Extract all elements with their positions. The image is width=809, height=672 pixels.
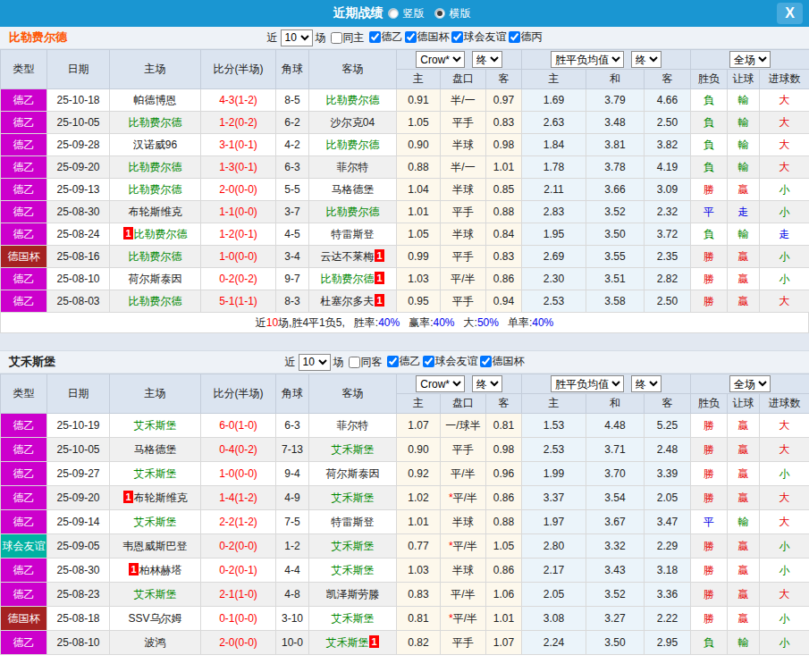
- mean-final-select[interactable]: 终: [631, 375, 662, 392]
- league-filter[interactable]: 德国杯: [480, 354, 525, 369]
- near-label: 近: [285, 355, 296, 370]
- mean-select[interactable]: 胜平负均值: [551, 375, 624, 392]
- same-home-checkbox[interactable]: [331, 32, 342, 44]
- league-filter[interactable]: 德乙: [369, 29, 403, 45]
- date-cell: 25-08-24: [47, 223, 110, 246]
- league-cell: 德乙: [1, 290, 47, 313]
- odds-final-select[interactable]: 终: [472, 51, 502, 68]
- league-filter[interactable]: 德乙: [387, 354, 421, 369]
- horizontal-layout-radio[interactable]: [434, 8, 445, 19]
- match-count-select[interactable]: 10: [299, 354, 331, 371]
- odds-source-select[interactable]: Crow*: [416, 51, 465, 68]
- same-home-filter[interactable]: 同主: [331, 30, 365, 46]
- match-row: 德乙25-10-05马格德堡0-4(0-2)7-13艾禾斯堡0.90平手0.98…: [1, 438, 809, 462]
- odds-home-cell: 1.03: [397, 559, 441, 583]
- score-cell: 1-4(1-2): [201, 486, 276, 510]
- league-checkbox[interactable]: [451, 31, 463, 43]
- team-name-text: 布轮斯维克: [134, 491, 188, 504]
- away-team-cell: 沙尔克04: [309, 112, 397, 134]
- fullmatch-select[interactable]: 全场: [729, 375, 771, 392]
- match-row: 德乙25-10-18帕德博恩4-3(1-2)8-5比勒费尔德0.91半/一0.9…: [1, 89, 809, 112]
- vertical-layout-radio[interactable]: [388, 8, 399, 19]
- score-cell: 5-1(1-1): [201, 290, 276, 313]
- match-row: 德乙25-09-20比勒费尔德1-3(0-1)6-3菲尔特0.88半/一1.01…: [1, 156, 809, 179]
- match-count-select[interactable]: 10: [281, 29, 313, 46]
- win-rate: 胜率:40%: [354, 315, 400, 331]
- goals-result-cell: 小: [760, 246, 809, 268]
- mean-lose-cell: 3.47: [645, 510, 691, 534]
- league-filter[interactable]: 球会友谊: [451, 29, 507, 45]
- handicap-result-cell: 輸: [728, 89, 760, 112]
- odds-home-cell: 0.92: [397, 462, 441, 486]
- league-checkbox[interactable]: [387, 356, 399, 367]
- mean-win-cell: 2.05: [522, 583, 586, 607]
- handicap-result-cell: 贏: [728, 268, 760, 290]
- goals-result-cell: 小: [760, 462, 809, 486]
- single-rate: 单率:40%: [508, 315, 553, 331]
- horizontal-layout-label[interactable]: 横版: [450, 6, 471, 21]
- league-checkbox[interactable]: [509, 31, 520, 43]
- goals-result-cell: 大: [760, 290, 809, 313]
- odds-final-select[interactable]: 终: [472, 375, 502, 392]
- league-cell: 德乙: [1, 179, 47, 201]
- match-row: 德乙25-08-241比勒费尔德1-2(0-1)4-5特雷斯登1.05半球0.8…: [1, 223, 809, 246]
- corner-cell: 1-2: [276, 534, 309, 559]
- handicap-result-cell: 輸: [728, 112, 760, 134]
- team1-league-filters: 德乙德国杯球会友谊德丙: [367, 29, 543, 46]
- odds-away-cell: 0.85: [486, 179, 522, 201]
- close-button[interactable]: X: [777, 3, 803, 24]
- handicap-cell: 平手: [441, 438, 486, 462]
- same-away-checkbox[interactable]: [349, 357, 360, 368]
- odds-home-cell: 1.01: [397, 510, 441, 534]
- fullmatch-group-header: 全场: [691, 374, 809, 394]
- odds-away-cell: 0.86: [486, 268, 522, 290]
- league-checkbox[interactable]: [405, 31, 417, 43]
- result-cell: 勝: [691, 290, 728, 313]
- col-odds-away: 客: [486, 70, 522, 89]
- home-team-cell: 韦恩威斯巴登: [110, 534, 201, 559]
- corner-cell: 7-5: [276, 510, 309, 534]
- league-checkbox[interactable]: [423, 356, 434, 367]
- same-away-filter[interactable]: 同客: [349, 355, 383, 370]
- league-checkbox[interactable]: [480, 356, 492, 367]
- home-team-cell: 比勒费尔德: [110, 290, 201, 313]
- league-cell: 德乙: [1, 112, 47, 134]
- vertical-layout-label[interactable]: 竖版: [403, 6, 425, 21]
- mean-final-select[interactable]: 终: [631, 51, 662, 68]
- handicap-cell: *平/半: [441, 486, 486, 510]
- score-cell: 1-0(0-0): [201, 462, 276, 486]
- result-cell: 負: [691, 156, 728, 179]
- handicap-cell: 半球: [441, 134, 486, 156]
- team-name-text: 特雷斯登: [332, 516, 375, 528]
- col-type: 类型: [1, 50, 47, 89]
- rank-badge: 1: [375, 249, 383, 262]
- team-name-text: 比勒费尔德: [129, 250, 182, 263]
- corner-cell: 6-3: [276, 414, 309, 438]
- odds-home-cell: 1.07: [397, 414, 441, 438]
- col-score: 比分(半场): [201, 374, 276, 414]
- odds-away-cell: 0.97: [486, 89, 522, 112]
- league-checkbox[interactable]: [369, 31, 381, 43]
- match-row: 德乙25-10-19艾禾斯堡6-0(1-0)6-3菲尔特1.07一/球半0.81…: [1, 414, 809, 438]
- date-cell: 25-08-03: [47, 290, 110, 313]
- mean-lose-cell: 2.35: [645, 246, 691, 268]
- league-filter[interactable]: 德国杯: [405, 29, 450, 45]
- result-cell: 勝: [691, 559, 728, 583]
- handicap-change-star: *: [449, 491, 453, 504]
- league-filter[interactable]: 球会友谊: [423, 354, 478, 369]
- odds-source-select[interactable]: Crow*: [416, 375, 465, 392]
- away-team-cell: 艾禾斯堡: [309, 486, 397, 510]
- odds-away-cell: 0.84: [486, 223, 522, 246]
- team-name-text: 波鸿: [145, 636, 166, 649]
- date-cell: 25-09-20: [47, 156, 110, 179]
- home-team-cell: 马格德堡: [110, 438, 201, 462]
- fullmatch-select[interactable]: 全场: [729, 51, 771, 68]
- home-team-cell: 艾禾斯堡: [110, 462, 201, 486]
- league-filter[interactable]: 德丙: [509, 29, 543, 45]
- mean-select[interactable]: 胜平负均值: [551, 51, 624, 68]
- mean-draw-cell: 3.48: [586, 112, 645, 134]
- odds-home-cell: 1.05: [397, 112, 441, 134]
- score-cell: 1-3(0-1): [201, 156, 276, 179]
- mean-win-cell: 2.53: [522, 290, 586, 313]
- result-cell: 勝: [691, 534, 728, 559]
